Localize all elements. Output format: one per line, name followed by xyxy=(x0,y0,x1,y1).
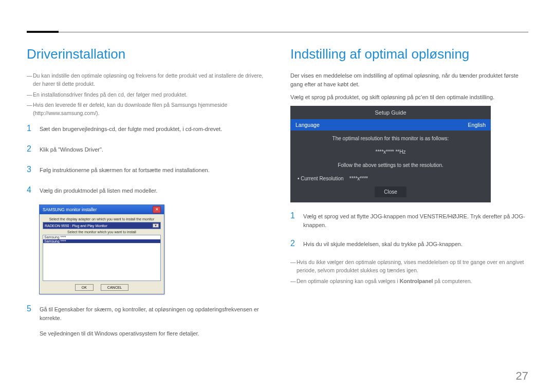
right-intro-2: Vælg et sprog på produktet, og skift opl… xyxy=(290,93,528,102)
step-number: 2 xyxy=(290,237,295,250)
right-notes: Hvis du ikke vælger den optimale opløsni… xyxy=(290,258,528,285)
right-note-2: Den optimale opløsning kan også vælges i… xyxy=(290,277,528,285)
osd-resolution-value: ****x**** **Hz xyxy=(298,148,484,156)
osd-close-button[interactable]: Close xyxy=(375,186,406,197)
ok-button[interactable]: OK xyxy=(75,284,94,291)
page-number: 27 xyxy=(516,369,528,383)
cancel-button[interactable]: CANCEL xyxy=(101,284,128,291)
osd-language-value: English xyxy=(468,122,486,128)
osd-language-row[interactable]: Language English xyxy=(290,119,491,130)
osd-current-label: • Current Resolution xyxy=(298,176,344,181)
step-text: Vælg et sprog ved at flytte JOG-knappen … xyxy=(303,212,528,229)
osd-line-2: Follow the above settings to set the res… xyxy=(298,161,484,170)
header-rule xyxy=(27,32,528,32)
left-note-3: Hvis den leverede fil er defekt, kan du … xyxy=(27,101,265,118)
left-step-3: 3 Følg instruktionerne på skærmen for at… xyxy=(27,163,265,176)
installer-window: SAMSUNG monitor installer ✕ Select the d… xyxy=(39,204,164,294)
step-text: Følg instruktionerne på skærmen for at f… xyxy=(40,166,210,175)
step-post-text: Se vejledningen til dit Windows operativ… xyxy=(40,329,265,338)
right-step-2: 2 Hvis du vil skjule meddelelsen, skal d… xyxy=(290,237,528,250)
installer-label-2: Select the monitor which you want to ins… xyxy=(43,230,161,234)
header-accent-tab xyxy=(27,31,59,33)
installer-label-1: Select the display adapter on which you … xyxy=(43,217,161,221)
left-step-1: 1 Sæt den brugervejlednings-cd, der fulg… xyxy=(27,122,265,135)
chevron-down-icon: ▼ xyxy=(153,223,159,228)
osd-current-resolution: • Current Resolution ****x**** xyxy=(290,176,491,181)
left-steps: 1 Sæt den brugervejlednings-cd, der fulg… xyxy=(27,122,265,196)
installer-select-value: RADEON 9550 : Plug and Play Monitor xyxy=(45,224,107,228)
right-title: Indstilling af optimal opløsning xyxy=(290,46,528,62)
step-text: Hvis du vil skjule meddelelsen, skal du … xyxy=(303,240,462,249)
left-note-2: En installationsdriver findes på den cd,… xyxy=(27,90,265,99)
step-number: 5 xyxy=(27,303,32,315)
left-step-5: 5 Gå til Egenskaber for skærm, og kontro… xyxy=(27,303,265,338)
osd-line-1: The optimal resolution for this monitor … xyxy=(298,135,484,143)
installer-body: Select the display adapter on which you … xyxy=(40,214,164,294)
left-notes: Du kan indstille den optimale opløsning … xyxy=(27,71,265,117)
installer-monitor-list[interactable]: Samsung **** Samsung **** xyxy=(43,235,161,281)
step-number: 3 xyxy=(27,163,32,176)
step-text: Vælg din produktmodel på listen med mode… xyxy=(40,186,157,195)
step-number: 1 xyxy=(27,122,32,135)
left-title: Driverinstallation xyxy=(27,46,265,62)
step-text: Klik på "Windows Driver". xyxy=(40,145,103,154)
step-number: 4 xyxy=(27,184,32,196)
step-number: 1 xyxy=(290,210,295,222)
close-icon[interactable]: ✕ xyxy=(153,206,161,213)
right-column: Indstilling af optimal opløsning Der vis… xyxy=(290,46,528,346)
step-text: Gå til Egenskaber for skærm, og kontroll… xyxy=(40,305,265,322)
osd-current-value: ****x**** xyxy=(349,176,368,181)
right-note-1: Hvis du ikke vælger den optimale opløsni… xyxy=(290,258,528,275)
step-text: Sæt den brugervejlednings-cd, der fulgte… xyxy=(40,125,222,134)
right-step-1: 1 Vælg et sprog ved at flytte JOG-knappe… xyxy=(290,210,528,229)
left-step-2: 2 Klik på "Windows Driver". xyxy=(27,143,265,155)
list-item[interactable]: Samsung **** xyxy=(43,235,160,239)
installer-title-text: SAMSUNG monitor installer xyxy=(43,207,97,212)
osd-title: Setup Guide xyxy=(290,106,491,119)
installer-adapter-select[interactable]: RADEON 9550 : Plug and Play Monitor ▼ xyxy=(43,222,161,229)
left-column: Driverinstallation Du kan indstille den … xyxy=(27,46,265,346)
osd-body: The optimal resolution for this monitor … xyxy=(290,130,491,174)
osd-language-label: Language xyxy=(295,122,320,128)
installer-titlebar: SAMSUNG monitor installer ✕ xyxy=(40,205,164,214)
left-note-1: Du kan indstille den optimale opløsning … xyxy=(27,71,265,88)
left-steps-continued: 5 Gå til Egenskaber for skærm, og kontro… xyxy=(27,303,265,338)
right-steps: 1 Vælg et sprog ved at flytte JOG-knappe… xyxy=(290,210,528,250)
left-step-4: 4 Vælg din produktmodel på listen med mo… xyxy=(27,184,265,196)
list-item-selected[interactable]: Samsung **** xyxy=(43,239,160,244)
bold-kontrolpanel: Kontrolpanel xyxy=(400,278,433,284)
osd-setup-guide: Setup Guide Language English The optimal… xyxy=(290,106,491,202)
step-number: 2 xyxy=(27,143,32,155)
right-intro-1: Der vises en meddelelse om indstilling a… xyxy=(290,71,528,89)
